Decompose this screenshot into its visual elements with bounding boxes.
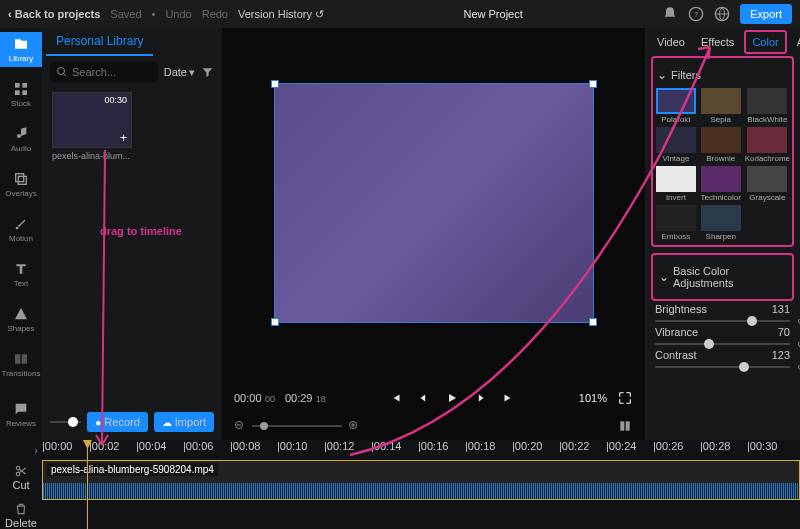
sidebar-item-stock[interactable]: Stock (11, 77, 31, 112)
timeline-expand[interactable]: › (0, 444, 42, 456)
sidebar-item-reviews[interactable]: Reviews (6, 397, 36, 432)
back-link[interactable]: ‹ Back to projects (8, 8, 100, 20)
help-icon[interactable]: ? (688, 6, 704, 22)
sidebar-item-shapes[interactable]: Shapes (7, 302, 34, 337)
export-button[interactable]: Export (740, 4, 792, 24)
import-button[interactable]: ☁ Import (154, 412, 214, 432)
svg-rect-15 (626, 421, 630, 430)
next-frame-icon[interactable] (473, 391, 487, 405)
svg-rect-14 (620, 421, 624, 430)
svg-text:?: ? (694, 10, 698, 19)
record-button[interactable]: ● Record (87, 412, 148, 432)
undo-button[interactable]: Undo (165, 8, 191, 20)
slider-vibrance[interactable]: Vibrance70↺ (651, 324, 794, 347)
skip-start-icon[interactable] (389, 391, 403, 405)
timeline-delete[interactable]: Delete (5, 498, 37, 529)
search-input[interactable] (72, 66, 142, 78)
timeline-clip[interactable]: pexels-alina-blumberg-5908204.mp4 (42, 460, 800, 500)
skip-end-icon[interactable] (501, 391, 515, 405)
filter-sepia[interactable]: Sepia (700, 88, 742, 124)
resize-handle-bl[interactable] (271, 318, 279, 326)
redo-button[interactable]: Redo (202, 8, 228, 20)
time-current: 00:00 00 (234, 391, 275, 405)
zoom-out-icon[interactable] (234, 418, 246, 434)
saved-dot: • (152, 8, 156, 20)
resize-handle-tr[interactable] (589, 80, 597, 88)
clip-duration: 00:30 (104, 95, 127, 105)
svg-rect-5 (15, 90, 20, 95)
filter-kodachrome[interactable]: Kodachrome (745, 127, 790, 163)
play-icon[interactable] (445, 391, 459, 405)
filters-header[interactable]: ⌄ Filters (655, 62, 790, 88)
resize-handle-tl[interactable] (271, 80, 279, 88)
sidebar-item-text[interactable]: Text (13, 257, 29, 292)
annotation-drag: drag to timeline (100, 225, 182, 237)
svg-rect-4 (22, 83, 27, 88)
add-clip-icon[interactable]: + (120, 131, 127, 145)
globe-icon[interactable] (714, 6, 730, 22)
prev-frame-icon[interactable] (417, 391, 431, 405)
date-sort[interactable]: Date ▾ (164, 66, 195, 79)
waveform (43, 483, 799, 499)
settings-icon[interactable] (617, 418, 633, 434)
filter-sharpen[interactable]: Sharpen (700, 205, 742, 241)
zoom-value[interactable]: 101% (579, 392, 607, 404)
topbar: ‹ Back to projects Saved • Undo Redo Ver… (0, 0, 800, 28)
timeline-clip-name: pexels-alina-blumberg-5908204.mp4 (47, 463, 218, 476)
time-total: 00:29 18 (285, 391, 326, 405)
timeline-ruler[interactable]: |00:00|00:02|00:04|00:06|00:08|00:10|00:… (42, 440, 800, 458)
video-canvas[interactable] (274, 83, 594, 323)
svg-rect-3 (15, 83, 20, 88)
version-history-button[interactable]: Version History ↺ (238, 8, 324, 21)
fullscreen-icon[interactable] (617, 390, 633, 406)
sidebar-item-motion[interactable]: Motion (9, 212, 33, 247)
bell-icon[interactable] (662, 6, 678, 22)
tab-color[interactable]: Color (744, 30, 786, 54)
library-slider[interactable] (50, 421, 81, 423)
svg-rect-7 (16, 174, 24, 182)
library-clip[interactable]: 00:30 + pexels-alina-blum... (52, 92, 132, 161)
tab-audio[interactable]: Audio (791, 32, 800, 52)
sidebar-item-transitions[interactable]: Transitions (2, 347, 41, 382)
timeline-cut[interactable]: Cut (12, 460, 29, 494)
filter-polaroid[interactable]: Polaroid (655, 88, 697, 124)
tab-video[interactable]: Video (651, 32, 691, 52)
zoom-slider[interactable] (252, 425, 342, 427)
filter-grayscale[interactable]: Grayscale (745, 166, 790, 202)
adjustments-header[interactable]: ⌄ Basic Color Adjustments (657, 259, 788, 295)
filter-blackwhite[interactable]: BlackWhite (745, 88, 790, 124)
slider-brightness[interactable]: Brightness131↺ (651, 301, 794, 324)
filter-emboss[interactable]: Emboss (655, 205, 697, 241)
filter-technicolor[interactable]: Technicolor (700, 166, 742, 202)
sidebar-item-audio[interactable]: Audio (11, 122, 31, 157)
filter-vintage[interactable]: Vintage (655, 127, 697, 163)
filter-icon[interactable] (201, 64, 214, 80)
resize-handle-br[interactable] (589, 318, 597, 326)
svg-rect-8 (18, 176, 26, 184)
svg-marker-10 (15, 308, 27, 319)
saved-status: Saved (110, 8, 141, 20)
search-input-wrap[interactable] (50, 62, 158, 82)
search-icon (56, 66, 68, 78)
filter-invert[interactable]: Invert (655, 166, 697, 202)
timeline: › Cut Delete |00:00|00:02|00:04|00:06|00… (0, 440, 800, 529)
library-tab-personal[interactable]: Personal Library (46, 28, 153, 56)
svg-rect-6 (22, 90, 27, 95)
project-title[interactable]: New Project (336, 8, 650, 20)
playhead[interactable] (87, 440, 88, 529)
svg-point-9 (16, 227, 19, 230)
sidebar-item-overlays[interactable]: Overlays (5, 167, 37, 202)
clip-name: pexels-alina-blum... (52, 151, 132, 161)
slider-contrast[interactable]: Contrast123↺ (651, 347, 794, 370)
tab-effects[interactable]: Effects (695, 32, 740, 52)
properties-panel: Video Effects Color Audio ⌄ Filters Pola… (645, 28, 800, 440)
zoom-in-icon[interactable] (348, 418, 360, 434)
preview-panel: 00:00 00 00:29 18 101% (222, 28, 645, 440)
sidebar-item-library[interactable]: Library (0, 32, 42, 67)
filter-brownie[interactable]: Brownie (700, 127, 742, 163)
svg-point-11 (58, 68, 65, 75)
left-toolbar: Library Stock Audio Overlays Motion Text… (0, 28, 42, 440)
